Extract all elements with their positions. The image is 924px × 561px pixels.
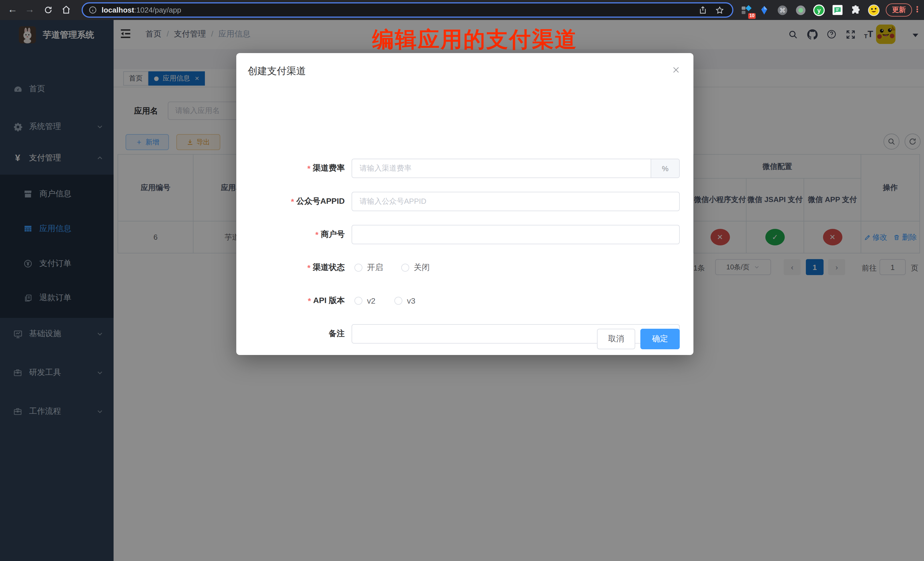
browser-reload-icon[interactable] [40,2,56,18]
svg-text:y: y [817,7,821,14]
field-mch: *商户号 [236,225,693,244]
browser-toolbar: ← → localhost:1024/pay/app [0,0,924,20]
required-asterisk: * [308,263,310,272]
percent-suffix: % [651,159,679,178]
annotation-text: 编辑应用的支付渠道 [372,25,578,54]
browser-forward-icon[interactable]: → [22,2,38,18]
create-channel-dialog: 创建支付渠道 *渠道费率 请输入渠道费率 % *公众号APPID 请输入公众号A… [236,53,693,355]
status-closed-radio[interactable]: 关闭 [401,258,430,278]
browser-extensions: 10 ⌘ y [740,0,880,20]
field-appid: *公众号APPID 请输入公众号APPID [236,192,693,211]
browser-update-button[interactable]: 更新 [886,3,912,16]
url-text: localhost:1024/pay/app [102,6,699,14]
required-asterisk: * [315,230,318,239]
share-icon[interactable] [699,6,707,14]
mch-input[interactable] [352,225,680,244]
extension-kite-icon[interactable] [758,4,771,16]
required-asterisk: * [308,164,310,173]
radio-circle-icon [354,264,362,272]
field-rate: *渠道费率 请输入渠道费率 % [236,159,693,178]
browser-back-icon[interactable]: ← [4,2,21,18]
url-bar[interactable]: localhost:1024/pay/app [82,2,734,18]
api-v2-radio[interactable]: v2 [354,291,375,310]
extension-record-icon[interactable] [795,4,807,16]
extensions-puzzle-icon[interactable] [849,4,862,16]
screen: ← → localhost:1024/pay/app [0,0,924,561]
browser-home-icon[interactable] [58,2,74,18]
status-open-radio[interactable]: 开启 [354,258,383,278]
dialog-close-icon[interactable] [670,64,681,75]
extension-tiles-icon[interactable]: 10 [740,4,752,16]
extension-command-icon[interactable]: ⌘ [776,4,789,16]
site-info-icon[interactable] [88,6,97,14]
appid-input[interactable]: 请输入公众号APPID [352,192,680,211]
radio-circle-icon [354,297,362,305]
extension-badge: 10 [748,13,756,18]
api-v3-radio[interactable]: v3 [394,291,416,310]
field-api: *API 版本 v2 v3 [236,291,693,310]
rate-input[interactable]: 请输入渠道费率 % [352,159,680,178]
confirm-button[interactable]: 确定 [640,329,680,349]
svg-text:⌘: ⌘ [779,7,786,14]
extension-y-icon[interactable]: y [813,4,825,16]
bookmark-star-icon[interactable] [715,5,724,15]
required-asterisk: * [308,296,311,305]
extension-chat-icon[interactable] [831,4,843,16]
dialog-title: 创建支付渠道 [248,64,306,78]
profile-avatar-icon[interactable] [867,4,880,16]
radio-circle-icon [401,264,409,272]
field-status: *渠道状态 开启 关闭 [236,258,693,278]
radio-circle-icon [394,297,402,305]
browser-menu-icon[interactable]: ⋮ [913,4,921,14]
required-asterisk: * [291,197,294,206]
cancel-button[interactable]: 取消 [597,329,635,349]
